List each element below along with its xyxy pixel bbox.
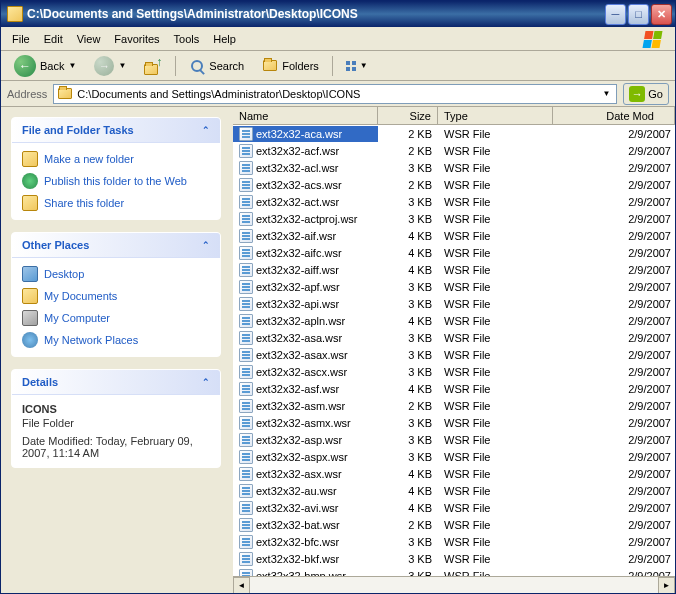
- file-row[interactable]: ext32x32-acl.wsr3 KBWSR File2/9/2007: [233, 159, 675, 176]
- file-date: 2/9/2007: [553, 297, 675, 311]
- tasks-panel-header[interactable]: File and Folder Tasks ⌃: [12, 118, 220, 143]
- scroll-right-button[interactable]: ►: [658, 577, 675, 594]
- file-icon: [239, 280, 253, 294]
- file-row[interactable]: ext32x32-au.wsr4 KBWSR File2/9/2007: [233, 482, 675, 499]
- file-name: ext32x32-asx.wsr: [256, 468, 342, 480]
- titlebar[interactable]: C:\Documents and Settings\Administrator\…: [1, 1, 675, 27]
- file-size: 4 KB: [378, 246, 438, 260]
- scroll-track[interactable]: [250, 577, 658, 594]
- file-name: ext32x32-bkf.wsr: [256, 553, 339, 565]
- file-type: WSR File: [438, 280, 553, 294]
- file-list-body[interactable]: ext32x32-aca.wsr2 KBWSR File2/9/2007ext3…: [233, 125, 675, 576]
- file-icon: [239, 314, 253, 328]
- back-arrow-icon: ←: [14, 55, 36, 77]
- file-row[interactable]: ext32x32-asa.wsr3 KBWSR File2/9/2007: [233, 329, 675, 346]
- file-row[interactable]: ext32x32-bmp.wsr3 KBWSR File2/9/2007: [233, 567, 675, 576]
- my-computer-link[interactable]: My Computer: [22, 310, 210, 326]
- go-button[interactable]: → Go: [623, 83, 669, 105]
- file-row[interactable]: ext32x32-apf.wsr3 KBWSR File2/9/2007: [233, 278, 675, 295]
- file-icon: [239, 484, 253, 498]
- details-panel-header[interactable]: Details ⌃: [12, 370, 220, 395]
- file-row[interactable]: ext32x32-aifc.wsr4 KBWSR File2/9/2007: [233, 244, 675, 261]
- menu-help[interactable]: Help: [206, 30, 243, 48]
- file-row[interactable]: ext32x32-asm.wsr2 KBWSR File2/9/2007: [233, 397, 675, 414]
- menu-tools[interactable]: Tools: [167, 30, 207, 48]
- column-name[interactable]: Name: [233, 107, 378, 124]
- menu-view[interactable]: View: [70, 30, 108, 48]
- file-row[interactable]: ext32x32-acs.wsr2 KBWSR File2/9/2007: [233, 176, 675, 193]
- file-date: 2/9/2007: [553, 314, 675, 328]
- globe-icon: [22, 173, 38, 189]
- column-type[interactable]: Type: [438, 107, 553, 124]
- scroll-left-button[interactable]: ◄: [233, 577, 250, 594]
- file-row[interactable]: ext32x32-asmx.wsr3 KBWSR File2/9/2007: [233, 414, 675, 431]
- horizontal-scrollbar[interactable]: ◄ ►: [233, 576, 675, 593]
- file-date: 2/9/2007: [553, 331, 675, 345]
- places-panel-header[interactable]: Other Places ⌃: [12, 233, 220, 258]
- file-row[interactable]: ext32x32-bkf.wsr3 KBWSR File2/9/2007: [233, 550, 675, 567]
- column-date[interactable]: Date Mod: [553, 107, 675, 124]
- file-row[interactable]: ext32x32-acf.wsr2 KBWSR File2/9/2007: [233, 142, 675, 159]
- file-date: 2/9/2007: [553, 263, 675, 277]
- file-name: ext32x32-acs.wsr: [256, 179, 342, 191]
- file-row[interactable]: ext32x32-aif.wsr4 KBWSR File2/9/2007: [233, 227, 675, 244]
- share-folder-link[interactable]: Share this folder: [22, 195, 210, 211]
- menu-edit[interactable]: Edit: [37, 30, 70, 48]
- folders-button[interactable]: Folders: [255, 54, 326, 78]
- file-row[interactable]: ext32x32-asx.wsr4 KBWSR File2/9/2007: [233, 465, 675, 482]
- file-row[interactable]: ext32x32-aca.wsr2 KBWSR File2/9/2007: [233, 125, 675, 142]
- file-row[interactable]: ext32x32-bfc.wsr3 KBWSR File2/9/2007: [233, 533, 675, 550]
- make-new-folder-link[interactable]: Make a new folder: [22, 151, 210, 167]
- file-size: 4 KB: [378, 501, 438, 515]
- file-row[interactable]: ext32x32-asp.wsr3 KBWSR File2/9/2007: [233, 431, 675, 448]
- file-date: 2/9/2007: [553, 416, 675, 430]
- file-row[interactable]: ext32x32-asax.wsr3 KBWSR File2/9/2007: [233, 346, 675, 363]
- file-size: 4 KB: [378, 263, 438, 277]
- file-type: WSR File: [438, 263, 553, 277]
- my-network-places-link[interactable]: My Network Places: [22, 332, 210, 348]
- desktop-link[interactable]: Desktop: [22, 266, 210, 282]
- explorer-window: C:\Documents and Settings\Administrator\…: [0, 0, 676, 594]
- close-button[interactable]: ✕: [651, 4, 672, 25]
- file-row[interactable]: ext32x32-actproj.wsr3 KBWSR File2/9/2007: [233, 210, 675, 227]
- file-row[interactable]: ext32x32-apln.wsr4 KBWSR File2/9/2007: [233, 312, 675, 329]
- my-documents-link[interactable]: My Documents: [22, 288, 210, 304]
- file-row[interactable]: ext32x32-aiff.wsr4 KBWSR File2/9/2007: [233, 261, 675, 278]
- menu-file[interactable]: File: [5, 30, 37, 48]
- menu-favorites[interactable]: Favorites: [107, 30, 166, 48]
- up-button[interactable]: [137, 53, 169, 79]
- minimize-button[interactable]: ─: [605, 4, 626, 25]
- file-row[interactable]: ext32x32-aspx.wsr3 KBWSR File2/9/2007: [233, 448, 675, 465]
- file-size: 3 KB: [378, 552, 438, 566]
- file-name: ext32x32-asm.wsr: [256, 400, 345, 412]
- file-row[interactable]: ext32x32-act.wsr3 KBWSR File2/9/2007: [233, 193, 675, 210]
- chevron-down-icon[interactable]: ▼: [599, 89, 613, 98]
- file-size: 3 KB: [378, 212, 438, 226]
- column-headers: Name Size Type Date Mod: [233, 107, 675, 125]
- file-type: WSR File: [438, 433, 553, 447]
- folder-icon: [7, 6, 23, 22]
- file-row[interactable]: ext32x32-avi.wsr4 KBWSR File2/9/2007: [233, 499, 675, 516]
- search-button[interactable]: Search: [182, 54, 251, 78]
- file-name: ext32x32-aspx.wsr: [256, 451, 348, 463]
- address-input[interactable]: C:\Documents and Settings\Administrator\…: [53, 84, 617, 104]
- file-row[interactable]: ext32x32-asf.wsr4 KBWSR File2/9/2007: [233, 380, 675, 397]
- file-size: 4 KB: [378, 314, 438, 328]
- up-folder-icon: [144, 57, 162, 75]
- file-icon: [239, 552, 253, 566]
- file-row[interactable]: ext32x32-bat.wsr2 KBWSR File2/9/2007: [233, 516, 675, 533]
- file-icon: [239, 229, 253, 243]
- views-button[interactable]: ▼: [339, 57, 375, 75]
- file-size: 4 KB: [378, 382, 438, 396]
- column-size[interactable]: Size: [378, 107, 438, 124]
- file-row[interactable]: ext32x32-api.wsr3 KBWSR File2/9/2007: [233, 295, 675, 312]
- back-button[interactable]: ← Back ▼: [7, 51, 83, 81]
- file-row[interactable]: ext32x32-ascx.wsr3 KBWSR File2/9/2007: [233, 363, 675, 380]
- maximize-button[interactable]: □: [628, 4, 649, 25]
- file-size: 4 KB: [378, 229, 438, 243]
- file-type: WSR File: [438, 297, 553, 311]
- file-date: 2/9/2007: [553, 229, 675, 243]
- publish-folder-link[interactable]: Publish this folder to the Web: [22, 173, 210, 189]
- file-size: 3 KB: [378, 331, 438, 345]
- forward-button[interactable]: → ▼: [87, 52, 133, 80]
